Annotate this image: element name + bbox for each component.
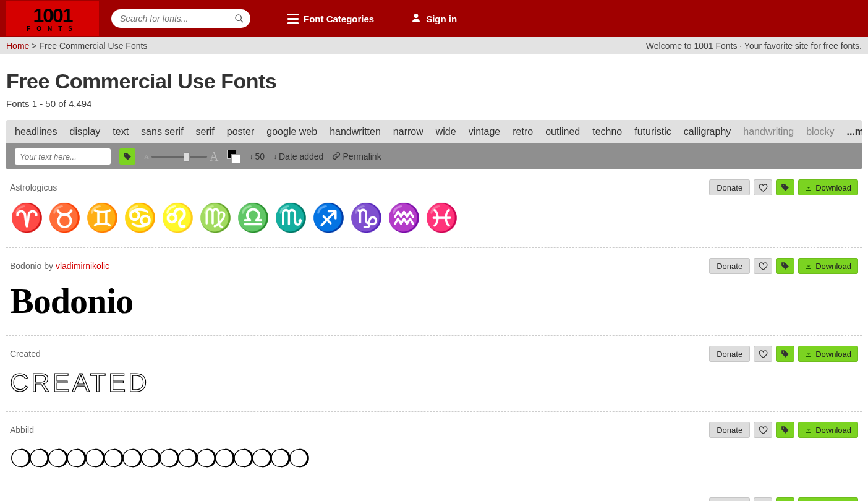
filter-tab-retro[interactable]: retro: [513, 126, 533, 137]
download-button[interactable]: Download: [798, 179, 858, 195]
favorite-button[interactable]: [754, 179, 772, 195]
font-categories-menu[interactable]: Font Categories: [287, 14, 374, 24]
donate-button[interactable]: Donate: [709, 346, 750, 362]
filter-tab-calligraphy[interactable]: calligraphy: [684, 126, 731, 137]
breadcrumb: Home > Free Commercial Use Fonts: [6, 41, 147, 51]
favorite-button[interactable]: [754, 258, 772, 274]
filter-tab-google-web[interactable]: google web: [266, 126, 317, 137]
svg-point-6: [783, 351, 784, 353]
filter-tab-techno[interactable]: techno: [592, 126, 622, 137]
donate-button[interactable]: Donate: [709, 258, 750, 274]
donate-button[interactable]: Donate: [709, 422, 750, 438]
down-arrow-icon: ↓: [249, 152, 253, 161]
sort-selector[interactable]: ↓Date added: [273, 152, 323, 161]
filter-tab-serif[interactable]: serif: [196, 126, 215, 137]
svg-point-2: [414, 14, 419, 18]
download-button[interactable]: Download: [798, 497, 858, 501]
download-button[interactable]: Download: [798, 346, 858, 362]
font-title[interactable]: Abbild: [10, 425, 34, 435]
filter-more[interactable]: ...more: [847, 126, 862, 137]
filter-tab-sans-serif[interactable]: sans serif: [141, 126, 183, 137]
font-item: AstrologicusDonateDownload♈♉♊♋♌♍♎♏♐♑♒♓: [6, 169, 862, 248]
filter-tab-wide[interactable]: wide: [436, 126, 456, 137]
font-item: Mayor +1DonateDownloadMAYOR: [6, 487, 862, 501]
user-icon: [411, 12, 421, 25]
filter-tab-futuristic[interactable]: futuristic: [634, 126, 671, 137]
signin-link[interactable]: Sign in: [411, 12, 457, 25]
svg-point-7: [783, 427, 784, 429]
preview-text-input[interactable]: [15, 148, 111, 165]
download-button[interactable]: Download: [798, 258, 858, 274]
signin-label: Sign in: [426, 14, 457, 24]
font-title[interactable]: Created: [10, 349, 41, 359]
down-arrow-icon: ↓: [273, 152, 277, 161]
filter-tab-handwriting[interactable]: handwriting: [743, 126, 794, 137]
svg-point-0: [236, 15, 241, 20]
filter-tab-handwritten[interactable]: handwritten: [330, 126, 381, 137]
search-icon[interactable]: [234, 14, 244, 26]
slider-track[interactable]: [151, 156, 207, 158]
tag-button[interactable]: [776, 258, 794, 274]
donate-button[interactable]: Donate: [709, 179, 750, 195]
font-categories-label: Font Categories: [304, 14, 374, 24]
size-slider[interactable]: A A: [144, 150, 218, 164]
size-small-icon: A: [144, 153, 149, 160]
font-preview[interactable]: ❍❍❍❍❍❍❍❍❍❍❍❍❍❍❍❍: [10, 444, 858, 473]
font-list: AstrologicusDonateDownload♈♉♊♋♌♍♎♏♐♑♒♓Bo…: [6, 169, 862, 501]
svg-point-5: [783, 263, 784, 265]
filter-tab-vintage[interactable]: vintage: [469, 126, 501, 137]
search-wrap: [111, 9, 250, 28]
filter-tab-headlines[interactable]: headlines: [15, 126, 57, 137]
top-bar: 1001 FONTS Font Categories Sign in: [0, 0, 868, 37]
welcome-text: Welcome to 1001 Fonts · Your favorite si…: [646, 41, 862, 51]
filter-tab-narrow[interactable]: narrow: [393, 126, 423, 137]
breadcrumb-current: Free Commercial Use Fonts: [39, 41, 147, 51]
filter-tab-blocky[interactable]: blocky: [806, 126, 834, 137]
tag-button[interactable]: [776, 422, 794, 438]
hamburger-icon: [287, 14, 299, 24]
link-icon: [332, 152, 341, 162]
donate-button[interactable]: Donate: [709, 497, 750, 501]
filter-tab-poster[interactable]: poster: [227, 126, 254, 137]
font-title[interactable]: Astrologicus: [10, 182, 57, 192]
tags-button[interactable]: [119, 148, 135, 165]
search-input[interactable]: [111, 9, 250, 28]
tag-button[interactable]: [776, 497, 794, 501]
result-count: Fonts 1 - 50 of 4,494: [6, 98, 862, 109]
svg-point-3: [125, 154, 126, 155]
page-title: Free Commercial Use Fonts: [6, 69, 862, 93]
toolbar: A A ↓50 ↓Date added Permalink: [6, 143, 862, 169]
breadcrumb-bar: Home > Free Commercial Use Fonts Welcome…: [0, 37, 868, 54]
breadcrumb-home[interactable]: Home: [6, 41, 29, 51]
author-link[interactable]: vladimirnikolic: [56, 261, 109, 271]
font-item: AbbildDonateDownload❍❍❍❍❍❍❍❍❍❍❍❍❍❍❍❍: [6, 412, 862, 487]
favorite-button[interactable]: [754, 346, 772, 362]
font-preview[interactable]: ♈♉♊♋♌♍♎♏♐♑♒♓: [10, 202, 858, 234]
color-picker[interactable]: [227, 150, 240, 163]
favorite-button[interactable]: [754, 422, 772, 438]
filter-tab-outlined[interactable]: outlined: [545, 126, 580, 137]
svg-point-4: [783, 185, 784, 186]
font-item: Bodonio by vladimirnikolicDonateDownload…: [6, 248, 862, 336]
slider-thumb[interactable]: [184, 152, 190, 162]
font-preview[interactable]: Bodonio: [10, 280, 858, 322]
per-page-selector[interactable]: ↓50: [249, 152, 265, 161]
filter-tabs: headlinesdisplaytextsans serifserifposte…: [6, 120, 862, 143]
font-title[interactable]: Bodonio: [10, 261, 41, 271]
svg-line-1: [240, 20, 243, 22]
favorite-button[interactable]: [754, 497, 772, 501]
permalink-link[interactable]: Permalink: [332, 152, 381, 162]
site-logo[interactable]: 1001 FONTS: [6, 1, 99, 36]
font-preview[interactable]: CREATED: [10, 368, 858, 398]
tag-button[interactable]: [776, 346, 794, 362]
font-item: CreatedDonateDownloadCREATED: [6, 336, 862, 412]
size-large-icon: A: [210, 150, 218, 164]
tag-button[interactable]: [776, 179, 794, 195]
download-button[interactable]: Download: [798, 422, 858, 438]
filter-tab-text[interactable]: text: [113, 126, 129, 137]
filter-tab-display[interactable]: display: [70, 126, 101, 137]
